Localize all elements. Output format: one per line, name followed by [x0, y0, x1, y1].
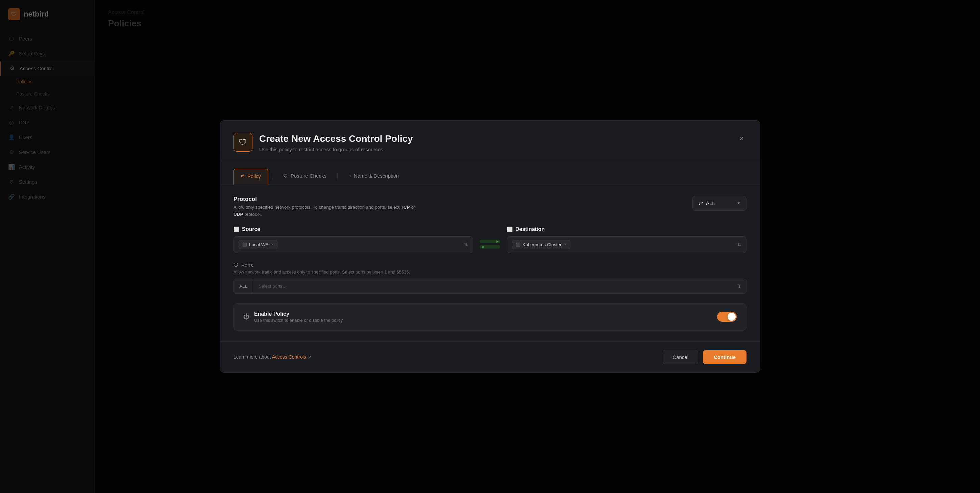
enable-policy-toggle[interactable] [717, 312, 737, 322]
ports-label: 🛡 Ports [234, 262, 746, 268]
protocol-chevron-icon: ▾ [738, 201, 740, 206]
dialog-shield-icon: 🛡 [234, 133, 253, 152]
enable-policy-icon: ⏻ [243, 313, 250, 320]
dialog-footer: Learn more about Access Controls ↗ Cance… [220, 341, 760, 373]
destination-tag-label: Kubernetes Cluster [522, 242, 562, 247]
enable-policy-title: Enable Policy [254, 311, 344, 317]
source-tag-close[interactable]: × [271, 242, 274, 247]
ports-shield-icon: 🛡 [234, 262, 239, 268]
footer-actions: Cancel Continue [663, 350, 746, 365]
tab-policy[interactable]: ⇄ Policy [234, 169, 268, 185]
direction-arrows [480, 230, 500, 249]
arrow-left [480, 245, 500, 249]
source-tag: ⬛ Local WS × [239, 240, 277, 249]
learn-more-text: Learn more about [234, 354, 271, 360]
arrow-right [480, 240, 500, 243]
protocol-value: ALL [706, 200, 715, 206]
dialog-header: 🛡 Create New Access Control Policy Use t… [220, 120, 760, 162]
cancel-button[interactable]: Cancel [663, 350, 698, 365]
tab-policy-label: Policy [247, 173, 261, 179]
source-label: ⬜ Source [234, 226, 473, 232]
dialog-title: Create New Access Control Policy [259, 133, 730, 145]
footer-learn-more: Learn more about Access Controls ↗ [234, 354, 312, 360]
ports-desc: Allow network traffic and access only to… [234, 269, 746, 274]
external-link-icon: ↗ [307, 354, 312, 360]
continue-button[interactable]: Continue [703, 350, 746, 364]
dialog-title-block: Create New Access Control Policy Use thi… [259, 133, 730, 152]
source-input[interactable]: ⬛ Local WS × ⇅ [234, 236, 473, 253]
toggle-knob [727, 313, 736, 321]
protocol-title: Protocol [234, 196, 423, 203]
dialog-close-button[interactable]: × [737, 133, 746, 144]
enable-policy-left: ⏻ Enable Policy Use this switch to enabl… [243, 311, 344, 323]
destination-block: ⬜ Destination ⬛ Kubernetes Cluster × ⇅ [507, 226, 746, 253]
ports-label-text: Ports [241, 262, 253, 268]
policy-tab-icon: ⇄ [240, 173, 245, 179]
dialog-body: Protocol Allow only specified network pr… [220, 185, 760, 341]
ports-section: 🛡 Ports Allow network traffic and access… [234, 262, 746, 294]
destination-tag-icon: ⬛ [516, 243, 520, 247]
dialog-tabs: ⇄ Policy 🛡 Posture Checks ≡ Name & Descr… [220, 162, 760, 185]
destination-tag-close[interactable]: × [564, 242, 567, 247]
enable-policy-box: ⏻ Enable Policy Use this switch to enabl… [234, 303, 746, 331]
modal-overlay[interactable]: 🛡 Create New Access Control Policy Use t… [0, 0, 980, 493]
destination-label: ⬜ Destination [507, 226, 746, 232]
ports-prefix: ALL [234, 279, 253, 293]
tab-divider-2 [337, 173, 337, 180]
protocol-share-icon: ⇄ [699, 200, 703, 206]
tab-posture-checks[interactable]: 🛡 Posture Checks [277, 169, 333, 185]
create-policy-dialog: 🛡 Create New Access Control Policy Use t… [220, 120, 760, 373]
source-dest-row: ⬜ Source ⬛ Local WS × ⇅ [234, 226, 746, 253]
protocol-dropdown[interactable]: ⇄ ALL ▾ [692, 196, 746, 211]
protocol-section: Protocol Allow only specified network pr… [234, 196, 746, 218]
destination-input[interactable]: ⬛ Kubernetes Cluster × ⇅ [507, 236, 746, 253]
name-tab-icon: ≡ [348, 173, 351, 179]
ports-chevron-icon: ⇅ [732, 279, 746, 293]
protocol-select-inner: ⇄ ALL [699, 200, 715, 206]
tab-divider-1 [272, 173, 272, 180]
destination-chevron-icon: ⇅ [737, 242, 741, 247]
enable-policy-text: Enable Policy Use this switch to enable … [254, 311, 344, 323]
destination-tag: ⬛ Kubernetes Cluster × [512, 240, 570, 249]
enable-policy-desc: Use this switch to enable or disable the… [254, 318, 344, 323]
posture-tab-icon: 🛡 [283, 173, 288, 179]
source-label-text: Source [242, 226, 260, 232]
source-tag-icon: ⬛ [242, 243, 247, 247]
tab-posture-label: Posture Checks [291, 173, 326, 179]
source-chevron-icon: ⇅ [464, 242, 468, 247]
source-tag-label: Local WS [249, 242, 269, 247]
protocol-section-text: Protocol Allow only specified network pr… [234, 196, 423, 218]
source-block: ⬜ Source ⬛ Local WS × ⇅ [234, 226, 473, 253]
tab-name-description[interactable]: ≡ Name & Description [342, 169, 406, 185]
destination-icon: ⬜ [507, 227, 513, 232]
source-icon: ⬜ [234, 227, 239, 232]
ports-field[interactable]: Select ports... [253, 279, 732, 293]
ports-input-row[interactable]: ALL Select ports... ⇅ [234, 279, 746, 294]
tab-name-label: Name & Description [354, 173, 399, 179]
access-controls-link[interactable]: Access Controls [272, 354, 306, 360]
protocol-desc: Allow only specified network protocols. … [234, 204, 423, 218]
destination-label-text: Destination [515, 226, 545, 232]
dialog-subtitle: Use this policy to restrict access to gr… [259, 147, 730, 152]
